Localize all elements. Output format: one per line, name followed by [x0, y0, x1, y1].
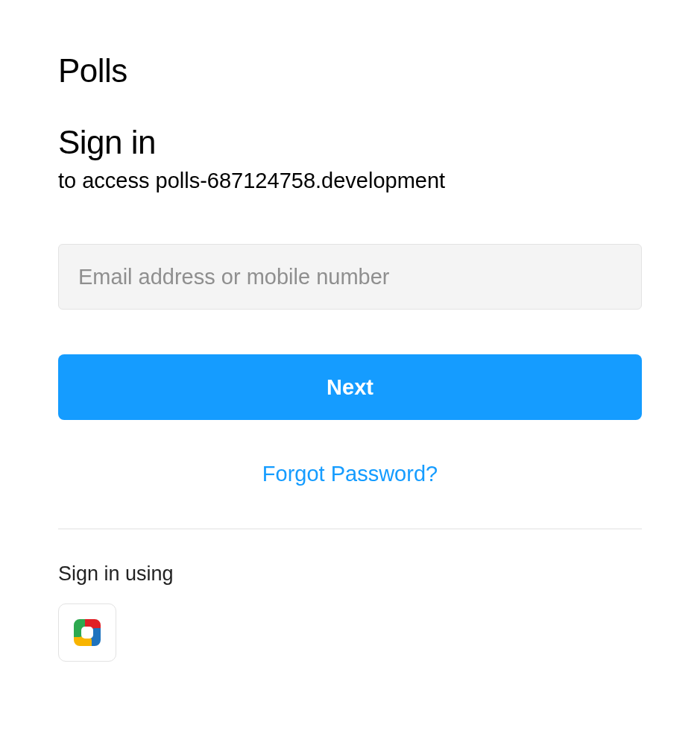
next-button[interactable]: Next [58, 354, 642, 420]
email-input[interactable] [58, 244, 642, 310]
sso-provider-row [58, 603, 642, 662]
signin-subtext: to access polls-687124758.development [58, 169, 642, 193]
signin-using-label: Sign in using [58, 562, 642, 586]
forgot-password-link[interactable]: Forgot Password? [262, 462, 438, 486]
sso-zoho-button[interactable] [58, 603, 116, 662]
divider [58, 528, 642, 530]
app-title: Polls [58, 52, 642, 90]
svg-rect-0 [81, 627, 93, 639]
signin-heading: Sign in [58, 124, 642, 161]
zoho-icon [71, 616, 104, 649]
